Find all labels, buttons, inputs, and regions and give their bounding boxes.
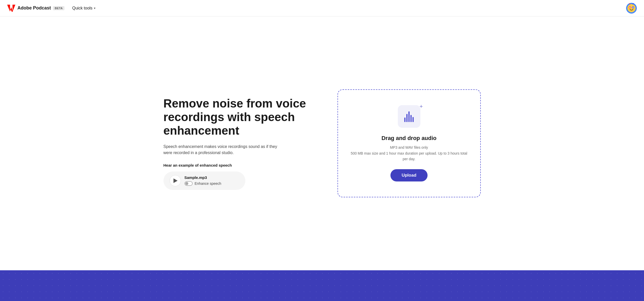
right-section: + Drag and drop audio MP3 and WAV files … bbox=[337, 89, 481, 197]
header: Adobe Podcast BETA Quick tools ▾ bbox=[0, 0, 644, 16]
upload-icon-wrapper: + bbox=[398, 105, 420, 128]
waveform-bar-4 bbox=[410, 115, 412, 122]
waveform-bar-2 bbox=[406, 114, 408, 122]
adobe-logo: Adobe Podcast BETA bbox=[7, 5, 64, 12]
example-label: Hear an example of enhanced speech bbox=[163, 163, 317, 167]
upload-button[interactable]: Upload bbox=[390, 169, 428, 181]
svg-point-4 bbox=[629, 7, 630, 8]
drop-subtitle-line2: 500 MB max size and 1 hour max duration … bbox=[351, 151, 467, 161]
audio-filename: Sample.mp3 bbox=[184, 175, 221, 180]
quick-tools-button[interactable]: Quick tools ▾ bbox=[70, 4, 98, 12]
toggle-knob bbox=[185, 182, 188, 185]
main-content: Remove noise from voice recordings with … bbox=[0, 16, 644, 270]
main-title: Remove noise from voice recordings with … bbox=[163, 97, 317, 137]
waveform-bar-1 bbox=[404, 117, 406, 122]
plus-icon: + bbox=[420, 103, 423, 110]
subtitle: Speech enhancement makes voice recording… bbox=[163, 144, 286, 156]
adobe-icon bbox=[7, 5, 15, 12]
audio-player: Sample.mp3 Enhance speech bbox=[163, 171, 245, 190]
enhance-label: Enhance speech bbox=[195, 181, 221, 186]
quick-tools-label: Quick tools bbox=[72, 6, 92, 10]
enhance-toggle[interactable] bbox=[184, 181, 193, 186]
play-icon bbox=[173, 178, 178, 183]
drop-zone-subtitle: MP3 and WAV files only 500 MB max size a… bbox=[348, 145, 470, 162]
svg-point-1 bbox=[627, 4, 636, 12]
beta-badge: BETA bbox=[53, 6, 64, 10]
footer-dots bbox=[0, 270, 644, 301]
audio-info: Sample.mp3 Enhance speech bbox=[184, 175, 221, 186]
left-section: Remove noise from voice recordings with … bbox=[163, 97, 317, 190]
app-name-text: Adobe Podcast bbox=[17, 5, 51, 11]
drop-zone-title: Drag and drop audio bbox=[381, 135, 436, 142]
drop-subtitle-line1: MP3 and WAV files only bbox=[390, 145, 428, 149]
footer bbox=[0, 270, 644, 301]
upload-icon-bg bbox=[398, 105, 420, 128]
waveform-icon bbox=[404, 111, 414, 122]
svg-point-5 bbox=[632, 7, 634, 8]
avatar[interactable] bbox=[626, 3, 637, 14]
drop-zone[interactable]: + Drag and drop audio MP3 and WAV files … bbox=[337, 89, 481, 197]
header-left: Adobe Podcast BETA Quick tools ▾ bbox=[7, 4, 98, 12]
waveform-bar-5 bbox=[412, 117, 414, 122]
enhance-toggle-row: Enhance speech bbox=[184, 181, 221, 186]
chevron-down-icon: ▾ bbox=[94, 6, 95, 10]
waveform-bar-3 bbox=[408, 111, 410, 122]
avatar-image bbox=[626, 3, 637, 14]
play-button[interactable] bbox=[170, 175, 181, 186]
